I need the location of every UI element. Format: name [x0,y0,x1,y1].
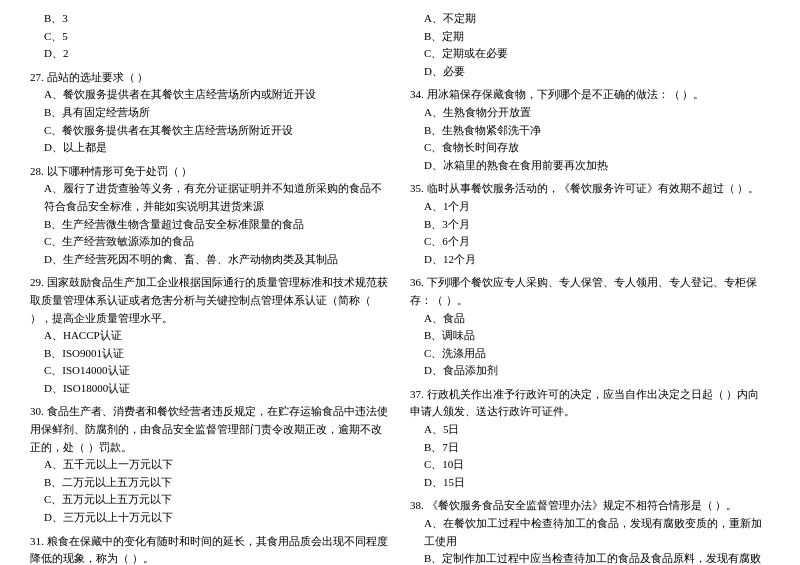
q27-title: 27. 品站的选址要求（ ） [30,69,390,87]
q36-c: C、洗涤用品 [410,345,770,363]
q28-title: 28. 以下哪种情形可免于处罚（ ） [30,163,390,181]
question-37: 37. 行政机关作出准予行政许可的决定，应当自作出决定之日起（ ）内向申请人颁发… [410,386,770,492]
question-36: 36. 下列哪个餐饮应专人采购、专人保管、专人领用、专人登记、专柜保存：（ ）。… [410,274,770,380]
q35-c: C、6个月 [410,233,770,251]
q34-b: B、生熟食物紧邻洗干净 [410,122,770,140]
q29-a: A、HACCP认证 [30,327,390,345]
q28-a: A、履行了进货查验等义务，有充分证据证明并不知道所采购的食品不符合食品安全标准，… [30,180,390,215]
q38-a: A、在餐饮加工过程中检查待加工的食品，发现有腐败变质的，重新加工使用 [410,515,770,550]
q35-a: A、1个月 [410,198,770,216]
q30-title: 30. 食品生产者、消费者和餐饮经营者违反规定，在贮存运输食品中违法使用保鲜剂、… [30,403,390,456]
left-column: B、3 C、5 D、2 27. 品站的选址要求（ ） A、餐饮服务提供者在其餐饮… [30,10,390,565]
right-column: A、不定期 B、定期 C、定期或在必要 D、必要 34. 用冰箱保存保藏食物，下… [410,10,770,565]
q29-b: B、ISO9001认证 [30,345,390,363]
q35-d: D、12个月 [410,251,770,269]
option-b3: B、3 [30,10,390,28]
q30-a: A、五千元以上一万元以下 [30,456,390,474]
q28-b: B、生产经营微生物含量超过食品安全标准限量的食品 [30,216,390,234]
q36-a: A、食品 [410,310,770,328]
right-c-fixed-or-necessary: C、定期或在必要 [410,45,770,63]
q30-b: B、二万元以上五万元以下 [30,474,390,492]
option-c5: C、5 [30,28,390,46]
q38-b: B、定制作加工过程中应当检查待加工的食品及食品原料，发现有腐败变质或者其他感官性… [410,550,770,565]
q37-d: D、15日 [410,474,770,492]
q29-title: 29. 国家鼓励食品生产加工企业根据国际通行的质量管理标准和技术规范获取质量管理… [30,274,390,327]
q27-c: C、餐饮服务提供者在其餐饮主店经营场所附近开设 [30,122,390,140]
q30-c: C、五万元以上五万元以下 [30,491,390,509]
q36-d: D、食品添加剂 [410,362,770,380]
q28-c: C、生产经营致敏源添加的食品 [30,233,390,251]
q36-b: B、调味品 [410,327,770,345]
q38-title: 38. 《餐饮服务食品安全监督管理办法》规定不相符合情形是（ ）。 [410,497,770,515]
q34-a: A、生熟食物分开放置 [410,104,770,122]
q37-a: A、5日 [410,421,770,439]
q35-title: 35. 临时从事餐饮服务活动的，《餐饮服务许可证》有效期不超过（ ）。 [410,180,770,198]
right-d-necessary: D、必要 [410,63,770,81]
option-d2: D、2 [30,45,390,63]
q37-c: C、10日 [410,456,770,474]
right-b-fixed: B、定期 [410,28,770,46]
q29-c: C、ISO14000认证 [30,362,390,380]
question-27: 27. 品站的选址要求（ ） A、餐饮服务提供者在其餐饮主店经营场所内或附近开设… [30,69,390,157]
right-continuation: A、不定期 B、定期 C、定期或在必要 D、必要 [410,10,770,80]
q27-d: D、以上都是 [30,139,390,157]
q34-c: C、食物长时间存放 [410,139,770,157]
q27-b: B、具有固定经营场所 [30,104,390,122]
q37-b: B、7日 [410,439,770,457]
question-28: 28. 以下哪种情形可免于处罚（ ） A、履行了进货查验等义务，有充分证据证明并… [30,163,390,269]
q34-title: 34. 用冰箱保存保藏食物，下列哪个是不正确的做法：（ ）。 [410,86,770,104]
question-continuation: B、3 C、5 D、2 [30,10,390,63]
page: B、3 C、5 D、2 27. 品站的选址要求（ ） A、餐饮服务提供者在其餐饮… [30,10,770,565]
q27-a: A、餐饮服务提供者在其餐饮主店经营场所内或附近开设 [30,86,390,104]
q36-title: 36. 下列哪个餐饮应专人采购、专人保管、专人领用、专人登记、专柜保存：（ ）。 [410,274,770,309]
q30-d: D、三万元以上十万元以下 [30,509,390,527]
right-a-not-fixed: A、不定期 [410,10,770,28]
question-38: 38. 《餐饮服务食品安全监督管理办法》规定不相符合情形是（ ）。 A、在餐饮加… [410,497,770,565]
question-30: 30. 食品生产者、消费者和餐饮经营者违反规定，在贮存运输食品中违法使用保鲜剂、… [30,403,390,526]
question-31: 31. 粮食在保藏中的变化有随时和时间的延长，其食用品质会出现不同程度降低的现象… [30,533,390,565]
q35-b: B、3个月 [410,216,770,234]
two-column-layout: B、3 C、5 D、2 27. 品站的选址要求（ ） A、餐饮服务提供者在其餐饮… [30,10,770,565]
question-34: 34. 用冰箱保存保藏食物，下列哪个是不正确的做法：（ ）。 A、生熟食物分开放… [410,86,770,174]
q37-title: 37. 行政机关作出准予行政许可的决定，应当自作出决定之日起（ ）内向申请人颁发… [410,386,770,421]
question-29: 29. 国家鼓励食品生产加工企业根据国际通行的质量管理标准和技术规范获取质量管理… [30,274,390,397]
q28-d: D、生产经营死因不明的禽、畜、兽、水产动物肉类及其制品 [30,251,390,269]
q29-d: D、ISO18000认证 [30,380,390,398]
q31-title: 31. 粮食在保藏中的变化有随时和时间的延长，其食用品质会出现不同程度降低的现象… [30,533,390,565]
question-35: 35. 临时从事餐饮服务活动的，《餐饮服务许可证》有效期不超过（ ）。 A、1个… [410,180,770,268]
q34-d: D、冰箱里的熟食在食用前要再次加热 [410,157,770,175]
